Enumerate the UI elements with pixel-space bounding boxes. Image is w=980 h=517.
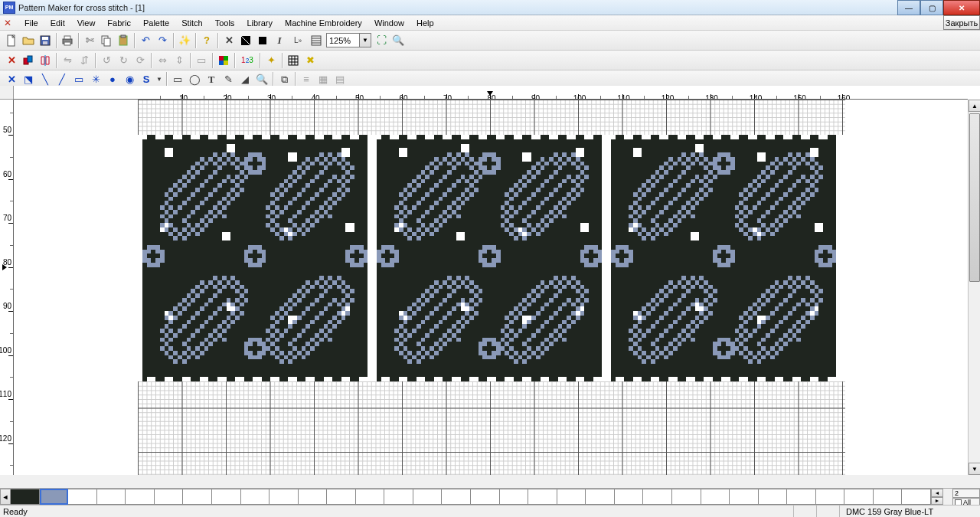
swatch-7[interactable] [212, 489, 241, 505]
menu-window[interactable]: Window [368, 17, 410, 29]
zoom-tool-button[interactable]: 🔍 [390, 32, 407, 49]
swatch-8[interactable] [241, 489, 270, 505]
undo-button[interactable]: ↶ [137, 32, 154, 49]
swatch-30[interactable] [874, 489, 903, 505]
swatch-4[interactable] [126, 489, 155, 505]
svg-rect-4762 [536, 197, 541, 201]
swatch-27[interactable] [787, 489, 816, 505]
swatch-28[interactable] [816, 489, 845, 505]
swatch-2[interactable] [68, 489, 97, 505]
swatch-3[interactable] [97, 489, 126, 505]
swatch-19[interactable] [557, 489, 586, 505]
swatch-20[interactable] [586, 489, 615, 505]
vertical-scrollbar[interactable]: ▲ ▼ [968, 100, 980, 475]
document-icon[interactable]: ✕ [2, 17, 14, 29]
ruler-horizontal[interactable]: 102030405060708090100110120130140150160 [14, 86, 968, 100]
new-button[interactable] [3, 32, 20, 49]
menu-file[interactable]: File [18, 17, 44, 29]
center-h-button[interactable]: ⇔ [154, 52, 171, 69]
cut-button[interactable]: ✄ [81, 32, 98, 49]
paste-button[interactable] [115, 32, 132, 49]
center-v-button[interactable]: ⇕ [171, 52, 188, 69]
scroll-thumb[interactable] [969, 113, 980, 282]
palette-scroll-left[interactable]: ◄ [0, 489, 11, 505]
menu-view[interactable]: View [71, 17, 102, 29]
full-stitch-button[interactable]: ✕ [220, 32, 237, 49]
rotate-ccw-button[interactable]: ↺ [98, 52, 115, 69]
half-stitch-button[interactable] [237, 32, 254, 49]
delete-button[interactable]: ✕ [3, 52, 20, 69]
swatch-26[interactable] [759, 489, 788, 505]
print-button[interactable] [59, 32, 76, 49]
symbols-button[interactable]: 123 [237, 52, 257, 69]
swatch-24[interactable] [701, 489, 730, 505]
palette-scroll-right-btn[interactable]: ► [931, 497, 943, 506]
menu-edit[interactable]: Edit [44, 17, 71, 29]
swatch-16[interactable] [471, 489, 500, 505]
swatch-17[interactable] [500, 489, 529, 505]
swatch-21[interactable] [615, 489, 644, 505]
text-direction-button[interactable]: L» [288, 32, 308, 49]
scroll-up-button[interactable]: ▲ [969, 100, 980, 112]
zoom-fit-button[interactable]: ⛶ [373, 32, 390, 49]
maximize-button[interactable]: ▢ [920, 0, 943, 15]
zoom-dropdown-icon[interactable]: ▼ [360, 33, 371, 47]
palette-row-count[interactable]: 2 [952, 489, 980, 498]
menu-tools[interactable]: Tools [209, 17, 241, 29]
close-button[interactable]: ✕ [943, 0, 980, 15]
swatch-5[interactable] [155, 489, 184, 505]
svg-rect-7729 [783, 351, 788, 355]
canvas[interactable] [14, 100, 968, 475]
menu-library[interactable]: Library [240, 17, 279, 29]
swatch-6[interactable] [183, 489, 212, 505]
open-button[interactable] [20, 32, 37, 49]
view-mode-button[interactable] [308, 32, 325, 49]
swatch-14[interactable] [413, 489, 443, 505]
copy-button[interactable] [98, 32, 115, 49]
menu-stitch[interactable]: Stitch [175, 17, 209, 29]
grid-toggle-button[interactable] [285, 52, 302, 69]
swatch-31[interactable] [902, 489, 931, 505]
duplicate-button[interactable] [20, 52, 37, 69]
swatch-29[interactable] [844, 489, 874, 505]
scroll-down-button[interactable]: ▼ [969, 463, 980, 475]
save-button[interactable] [37, 32, 54, 49]
menu-help[interactable]: Help [410, 17, 440, 29]
svg-rect-6835 [713, 250, 717, 254]
swatch-0[interactable] [11, 489, 40, 505]
redo-button[interactable]: ↷ [154, 32, 171, 49]
italic-button[interactable]: I [271, 32, 288, 49]
rotate-cw-button[interactable]: ↻ [115, 52, 132, 69]
wizard-button[interactable]: ✨ [176, 32, 193, 49]
swatch-11[interactable] [327, 489, 356, 505]
zoom-input[interactable] [326, 33, 360, 47]
swatch-12[interactable] [356, 489, 385, 505]
swatch-10[interactable] [299, 489, 328, 505]
swatch-13[interactable] [384, 489, 413, 505]
swatch-23[interactable] [672, 489, 701, 505]
minimize-button[interactable]: — [897, 0, 920, 15]
swatch-9[interactable] [270, 489, 299, 505]
rotate-free-button[interactable]: ⟳ [132, 52, 149, 69]
close-secondary-button[interactable]: Закрыть [943, 15, 980, 30]
highlight-button[interactable]: ✖ [302, 52, 318, 69]
block-button[interactable] [254, 32, 271, 49]
flip-h-button[interactable]: ⇋ [59, 52, 76, 69]
menu-machine-embroidery[interactable]: Machine Embroidery [279, 17, 368, 29]
selection-dashed-button[interactable]: ▭ [193, 52, 210, 69]
swatch-22[interactable] [643, 489, 672, 505]
sparkle-button[interactable]: ✦ [263, 52, 279, 69]
swatch-1[interactable] [40, 489, 69, 505]
swatch-15[interactable] [442, 489, 471, 505]
flip-v-button[interactable]: ⇵ [76, 52, 93, 69]
palette-scroll-left-btn[interactable]: ◄ [931, 489, 943, 497]
zoom-combo[interactable]: ▼ [326, 33, 371, 47]
swatch-25[interactable] [730, 489, 759, 505]
mirror-button[interactable] [37, 52, 54, 69]
menu-palette[interactable]: Palette [137, 17, 175, 29]
swatch-18[interactable] [528, 489, 557, 505]
menu-fabric[interactable]: Fabric [101, 17, 137, 29]
ruler-vertical[interactable]: 5060708090100110120130 [0, 100, 14, 475]
color-palette-button[interactable] [215, 52, 232, 69]
help-button[interactable]: ? [198, 32, 215, 49]
